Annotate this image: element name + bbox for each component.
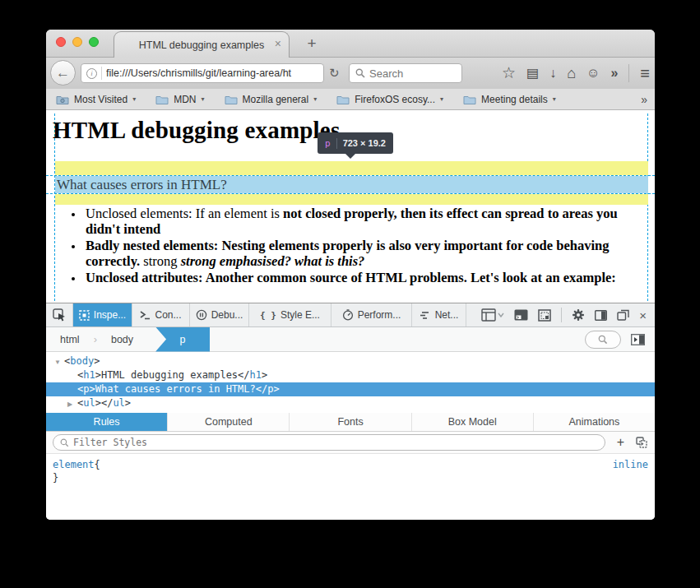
new-tab-button[interactable]: + [301, 35, 322, 53]
folder-icon [463, 95, 476, 104]
filter-styles-input[interactable] [73, 437, 598, 448]
search-bar[interactable] [349, 63, 462, 83]
devtools-close-icon[interactable]: × [639, 308, 647, 322]
style-editor-icon: { } [260, 310, 276, 321]
smart-folder-icon [56, 95, 69, 104]
browser-tab[interactable]: HTML debugging examples × [114, 31, 290, 58]
search-input[interactable] [369, 67, 443, 80]
pseudo-class-panel-icon[interactable] [636, 437, 648, 449]
window-controls [56, 37, 99, 47]
rule-origin-link[interactable]: inline [613, 458, 648, 471]
network-icon [420, 311, 431, 320]
responsive-design-icon[interactable] [538, 309, 551, 322]
select-frame-button[interactable] [481, 308, 504, 322]
filter-styles-field[interactable] [53, 434, 605, 451]
style-filter-row: + [46, 432, 655, 454]
tree-row-ul[interactable]: ▶<ul></ul> [46, 396, 655, 410]
devtools-toolbar: Inspe... Con... Debu... { } Style E... P… [46, 303, 655, 327]
tab-network[interactable]: Net... [412, 303, 466, 326]
breadcrumb-html[interactable]: html [46, 334, 94, 345]
menu-hamburger-icon[interactable]: ≡ [640, 67, 650, 80]
chevron-down-icon: ▾ [201, 95, 204, 103]
markup-tree: ▼<body> <h1>HTML debugging examples</h1>… [46, 352, 655, 413]
folder-icon [336, 95, 350, 104]
folder-icon [225, 95, 238, 104]
list-item: Unclosed elements: If an element is not … [84, 206, 645, 238]
bookmarks-overflow-icon[interactable]: » [641, 93, 647, 106]
chevron-down-icon [498, 313, 504, 317]
close-window-button[interactable] [56, 37, 66, 47]
add-rule-button[interactable]: + [614, 435, 628, 450]
bookmark-star-icon[interactable]: ☆ [502, 67, 516, 80]
url-input[interactable] [106, 67, 318, 79]
error-causes-list: Unclosed elements: If an element is not … [84, 206, 645, 285]
performance-icon [342, 309, 354, 321]
reload-icon[interactable]: ↻ [329, 66, 340, 81]
bookmark-folder-mozilla-general[interactable]: Mozilla general ▾ [225, 94, 318, 105]
toolbar-separator [561, 308, 562, 322]
breadcrumb-p-selected[interactable]: p [155, 327, 210, 352]
bookmark-folder-meeting-details[interactable]: Meeting details ▾ [463, 94, 556, 105]
tab-animations[interactable]: Animations [533, 413, 655, 431]
tab-rules[interactable]: Rules [46, 413, 167, 431]
zoom-window-button[interactable] [89, 37, 99, 47]
search-icon [60, 438, 69, 447]
tab-computed[interactable]: Computed [167, 413, 289, 431]
bookmark-folder-firefoxos[interactable]: FirefoxOS ecosy... ▾ [336, 94, 443, 105]
expand-arrow-icon[interactable]: ▶ [67, 397, 77, 411]
tab-box-model[interactable]: Box Model [411, 413, 533, 431]
split-console-icon[interactable] [514, 309, 528, 321]
minimize-window-button[interactable] [72, 37, 82, 47]
list-item: Badly nested elements: Nesting elements … [84, 238, 645, 270]
chevron-down-icon: ▾ [132, 95, 136, 103]
tab-style-editor[interactable]: { } Style E... [249, 303, 331, 326]
dock-sidebar-icon[interactable] [595, 310, 607, 321]
tree-row-h1[interactable]: <h1>HTML debugging examples</h1> [46, 368, 655, 382]
inspector-icon [79, 310, 90, 321]
tab-inspector[interactable]: Inspe... [73, 303, 132, 326]
tree-row-body[interactable]: ▼<body> [46, 354, 655, 368]
tooltip-tag-name: p [325, 138, 331, 149]
page-info-icon[interactable]: i [86, 68, 97, 79]
hello-smiley-icon[interactable]: ☺ [586, 67, 600, 80]
highlighted-paragraph: What causes errors in HTML? [57, 177, 227, 193]
bookmark-folder-mdn[interactable]: MDN ▾ [155, 94, 204, 105]
tree-row-p-selected[interactable]: <p>What causes errors in HTML?</p> [46, 382, 655, 396]
sidebar-tabs: Rules Computed Fonts Box Model Animation… [46, 413, 655, 432]
debugger-pause-icon [196, 309, 207, 321]
devtools-guide-right [647, 113, 648, 301]
back-icon: ← [56, 65, 70, 81]
url-divider [101, 67, 102, 80]
tab-performance[interactable]: Perform... [331, 303, 412, 326]
element-size-tooltip: p 723 × 19.2 [318, 132, 393, 154]
list-item: Unclosed attributes: Another common sour… [84, 270, 645, 285]
pick-element-button[interactable] [46, 303, 73, 326]
tab-debugger[interactable]: Debu... [190, 303, 249, 326]
markup-search-button[interactable] [585, 331, 621, 349]
rule-selector[interactable]: element [53, 458, 95, 471]
collapse-arrow-icon[interactable]: ▼ [54, 355, 64, 369]
breadcrumb-body[interactable]: body [97, 334, 147, 345]
back-button[interactable]: ← [50, 60, 76, 86]
page-title: HTML debugging examples [53, 117, 340, 144]
bookmark-folder-most-visited[interactable]: Most Visited ▾ [56, 94, 136, 105]
bookmarks-toolbar: Most Visited ▾ MDN ▾ Mozilla general ▾ F… [46, 89, 655, 110]
url-bar[interactable]: i [81, 63, 324, 83]
bookmarks-list-icon[interactable]: ▤ [526, 67, 539, 80]
tab-console[interactable]: Con... [132, 303, 190, 326]
tab-close-icon[interactable]: × [275, 38, 281, 49]
tooltip-arrow [345, 154, 355, 164]
tab-bar: HTML debugging examples × + [46, 30, 655, 58]
expand-sidebar-icon[interactable] [631, 334, 645, 345]
downloads-icon[interactable]: ↓ [549, 67, 556, 80]
tab-title: HTML debugging examples [139, 39, 264, 51]
rule-brace-open: { [95, 458, 100, 471]
home-icon[interactable]: ⌂ [567, 67, 576, 80]
chevron-down-icon: ▾ [440, 95, 443, 103]
undock-window-icon[interactable] [617, 309, 629, 321]
search-icon [598, 335, 608, 345]
settings-gear-icon[interactable] [572, 308, 585, 322]
chevron-down-icon: ▾ [313, 95, 317, 103]
tab-fonts[interactable]: Fonts [289, 413, 410, 431]
toolbar-overflow-icon[interactable]: » [610, 67, 618, 80]
